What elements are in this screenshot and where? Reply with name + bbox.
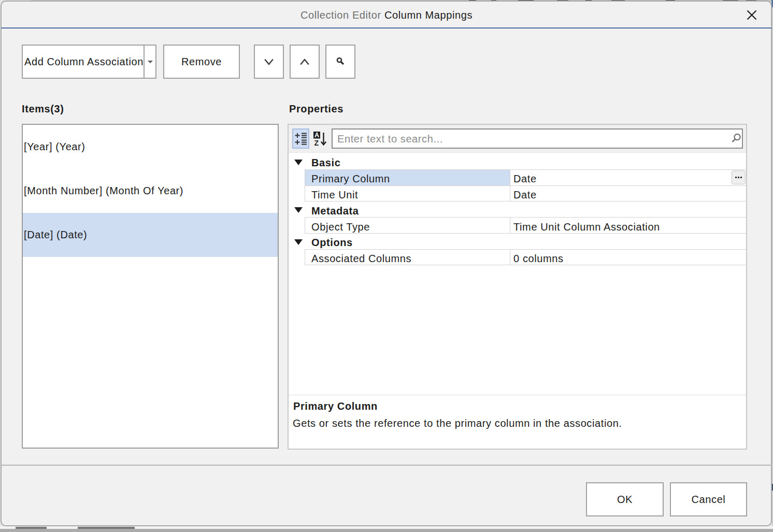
svg-text:Z: Z [314, 139, 319, 147]
svg-text:A: A [314, 132, 319, 139]
